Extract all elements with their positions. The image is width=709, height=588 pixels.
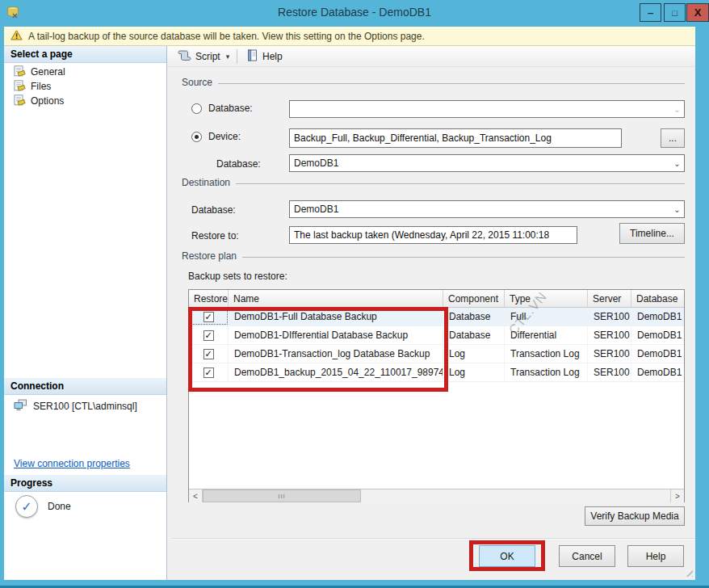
horizontal-scrollbar[interactable]: < III >	[189, 489, 684, 502]
source-database-radio[interactable]	[191, 103, 202, 114]
restore-plan-group: Restore plan	[182, 250, 685, 262]
column-header-type: Type	[505, 290, 588, 307]
done-check-icon: ✓	[15, 495, 38, 518]
source-group: Source	[182, 77, 685, 88]
cell-name: DemoDB1-Transaction_log Database Backup	[229, 345, 443, 363]
close-button[interactable]: X	[686, 3, 709, 22]
footer-separator	[171, 538, 695, 539]
sidebar: Select a page General Files Options Conn…	[4, 46, 167, 580]
restore-checkbox-cell: ✓	[189, 363, 229, 381]
connection-server: SER100 [CTL\adminsql]	[33, 401, 137, 412]
title-bar: Restore Database - DemoDB1 – □ X	[0, 0, 709, 27]
group-rule	[242, 257, 685, 258]
cell-database: DemoDB1	[631, 326, 684, 344]
source-database-combo[interactable]: ⌄	[289, 100, 685, 118]
progress-status: Done	[48, 501, 71, 512]
chevron-down-icon: ⌄	[670, 205, 684, 214]
source-device-database-label: Database:	[216, 158, 261, 170]
table-row[interactable]: ✓ DemoDB1-DIfferential Database Backup D…	[189, 326, 684, 345]
scroll-right-arrow[interactable]: >	[670, 489, 684, 502]
column-header-database: Database	[631, 290, 684, 307]
sidebar-item-label: Files	[31, 81, 51, 92]
cell-type: Full	[505, 308, 588, 326]
select-a-page-header: Select a page	[4, 46, 166, 63]
maximize-button[interactable]: □	[664, 3, 686, 22]
table-row[interactable]: ✓ DemoDB1-Transaction_log Database Backu…	[189, 345, 684, 363]
group-rule	[236, 183, 685, 184]
column-header-name: Name	[229, 290, 443, 307]
cell-server: SER100	[588, 326, 631, 344]
sidebar-item-files[interactable]: Files	[14, 79, 51, 94]
table-body: ✓ DemoDB1-Full Database Backup Database …	[189, 308, 684, 489]
timeline-button[interactable]: Timeline...	[619, 223, 685, 244]
restore-to-field[interactable]	[289, 226, 577, 244]
scroll-left-arrow[interactable]: <	[189, 489, 203, 502]
help-toolbar-button[interactable]: Help	[242, 48, 287, 65]
connection-row: SER100 [CTL\adminsql]	[14, 399, 137, 414]
cell-database: DemoDB1	[631, 363, 684, 381]
browse-device-button[interactable]: ...	[661, 128, 685, 148]
source-device-database-combo-value: DemoDB1	[294, 158, 338, 169]
ok-button[interactable]: OK	[479, 545, 535, 567]
table-row[interactable]: ✓ DemoDB1_backup_2015_04_22_110017_98974…	[189, 363, 684, 382]
destination-database-combo-value: DemoDB1	[294, 204, 338, 215]
cell-type: Differential	[505, 326, 588, 344]
page-icon	[14, 94, 26, 108]
close-icon: X	[694, 6, 702, 19]
maximize-icon: □	[672, 8, 678, 18]
verify-backup-media-button[interactable]: Verify Backup Media	[585, 506, 685, 526]
script-dropdown-caret-icon[interactable]: ▾	[226, 52, 230, 61]
destination-group: Destination	[182, 177, 685, 188]
scrollbar-thumb[interactable]: III	[203, 489, 361, 502]
destination-database-combo[interactable]: DemoDB1 ⌄	[289, 200, 685, 218]
source-database-label: Database:	[208, 103, 253, 114]
sidebar-item-label: Options	[31, 95, 64, 107]
restore-checkbox[interactable]: ✓	[203, 312, 214, 322]
cell-component: Log	[443, 345, 505, 363]
backup-sets-table: Restore Name Component Type Server Datab…	[188, 289, 685, 502]
source-device-label: Device:	[208, 131, 241, 142]
source-device-database-combo[interactable]: DemoDB1 ⌄	[289, 154, 685, 172]
backup-sets-caption: Backup sets to restore:	[188, 271, 287, 282]
restore-checkbox[interactable]: ✓	[203, 349, 214, 359]
minimize-icon: –	[648, 6, 653, 19]
script-button[interactable]: Script ▾	[174, 48, 233, 65]
view-connection-properties-link[interactable]: View connection properties	[14, 458, 130, 469]
cell-component: Database	[443, 326, 505, 344]
page-icon	[14, 80, 26, 94]
chevron-down-icon: ⌄	[670, 105, 684, 114]
restore-checkbox-cell: ✓	[189, 345, 229, 363]
restore-checkbox[interactable]: ✓	[203, 330, 214, 341]
column-header-component: Component	[443, 290, 505, 307]
script-button-label: Script	[195, 51, 220, 62]
cell-type: Transaction Log	[505, 345, 588, 363]
main-panel: Script ▾ Help Source Database:	[167, 46, 695, 580]
resize-grip[interactable]	[685, 569, 693, 577]
cancel-button[interactable]: Cancel	[559, 545, 615, 567]
sidebar-item-options[interactable]: Options	[14, 94, 64, 108]
column-header-server: Server	[588, 290, 631, 307]
restore-checkbox-cell: ✓	[189, 308, 229, 326]
progress-status-row: ✓ Done	[15, 495, 71, 518]
minimize-button[interactable]: –	[640, 3, 661, 22]
restore-checkbox[interactable]: ✓	[203, 368, 214, 378]
cell-component: Log	[443, 363, 505, 381]
page-icon	[14, 65, 26, 79]
cell-server: SER100	[588, 308, 631, 326]
column-header-restore: Restore	[189, 290, 229, 307]
sidebar-item-general[interactable]: General	[14, 65, 65, 79]
source-device-field[interactable]	[289, 128, 622, 148]
server-icon	[14, 399, 27, 414]
warning-text: A tail-log backup of the source database…	[28, 31, 425, 42]
help-book-icon	[246, 49, 258, 64]
restore-to-label: Restore to:	[191, 230, 239, 242]
help-button-label: Help	[262, 51, 283, 62]
scrollbar-grip-icon: III	[278, 493, 286, 500]
table-row[interactable]: ✓ DemoDB1-Full Database Backup Database …	[189, 308, 684, 326]
help-button[interactable]: Help	[627, 545, 684, 567]
destination-group-label: Destination	[182, 177, 230, 188]
source-device-radio[interactable]	[191, 132, 202, 142]
chevron-down-icon: ⌄	[670, 159, 684, 168]
warning-icon	[10, 30, 23, 43]
toolbar: Script ▾ Help	[167, 46, 695, 67]
